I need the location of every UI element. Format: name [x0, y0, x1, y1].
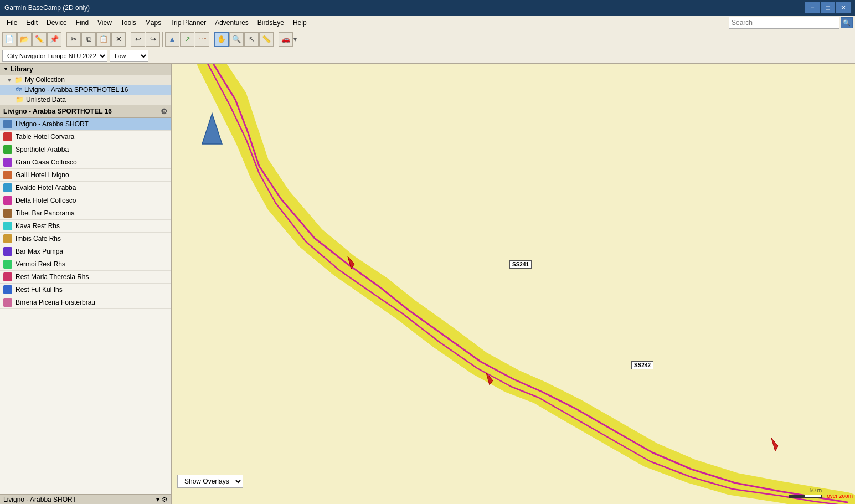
map-svg — [172, 64, 855, 504]
menu-item-adventures[interactable]: Adventures — [210, 17, 253, 28]
route-item[interactable]: Rest Maria Theresia Rhs — [0, 271, 171, 284]
route-item[interactable]: Imbis Cafe Rhs — [0, 233, 171, 245]
route-list: Livigno - Arabba SHORTTable Hotel Corvar… — [0, 118, 171, 494]
route-file-item[interactable]: 🗺 Livigno - Arabba SPORTHOTEL 16 — [0, 85, 171, 95]
undo-tools: ↩ ↪ — [131, 32, 163, 47]
menu-item-find[interactable]: Find — [71, 17, 93, 28]
menu-item-trip-planner[interactable]: Trip Planner — [166, 17, 210, 28]
route-icon — [3, 145, 12, 154]
quality-select[interactable]: Low Medium High — [110, 50, 148, 62]
map-area[interactable]: SS241 SS242 Show Overlays 50 m over zoom — [172, 64, 855, 504]
my-collection-item[interactable]: ▼ 📁 My Collection — [0, 75, 171, 85]
bottom-panel-filter[interactable]: ⚙ — [162, 496, 168, 503]
route-item[interactable]: Vermoi Rest Rhs — [0, 258, 171, 271]
title-bar-title: Garmin BaseCamp (2D only) — [4, 4, 90, 12]
route-item-label: Birreria Piceria Forsterbrau — [16, 299, 95, 306]
route-item-label: Sporthotel Arabba — [16, 146, 69, 153]
collection-arrow-icon: ▼ — [7, 77, 12, 83]
overzoom-indicator: over zoom — [827, 493, 853, 499]
route-item[interactable]: Kava Rest Rhs — [0, 220, 171, 233]
menu-item-birdseye[interactable]: BirdsEye — [253, 17, 289, 28]
route-item[interactable]: Rest Ful Kul Ihs — [0, 284, 171, 296]
menu-bar: FileEditDeviceFindViewToolsMapsTrip Plan… — [0, 16, 727, 30]
menu-item-view[interactable]: View — [93, 17, 116, 28]
route-file-icon: 🗺 — [16, 86, 22, 94]
route-item-label: Bar Max Pumpa — [16, 248, 63, 255]
open-button[interactable]: 📂 — [17, 32, 32, 47]
route-item[interactable]: Gran Ciasa Colfosco — [0, 156, 171, 169]
menu-item-maps[interactable]: Maps — [141, 17, 166, 28]
route-settings-button[interactable]: ⚙ — [161, 107, 168, 116]
route-header: Livigno - Arabba SPORTHOTEL 16 ⚙ — [0, 105, 171, 118]
route-item-label: Tibet Bar Panorama — [16, 209, 75, 217]
menu-item-file[interactable]: File — [2, 17, 22, 28]
route-icon — [3, 285, 12, 294]
route-item[interactable]: Livigno - Arabba SHORT — [0, 118, 171, 131]
route-item-label: Table Hotel Corvara — [16, 133, 74, 141]
route-item[interactable]: Table Hotel Corvara — [0, 131, 171, 143]
route-item-label: Galli Hotel Livigno — [16, 171, 69, 179]
scale-line — [789, 495, 822, 498]
route-button[interactable]: ↗ — [180, 32, 194, 47]
route-item[interactable]: Sporthotel Arabba — [0, 143, 171, 156]
unlisted-data-item[interactable]: 📁 Unlisted Data — [0, 95, 171, 105]
measure-button[interactable]: 📏 — [259, 32, 274, 47]
draw-button[interactable]: ✏️ — [32, 32, 47, 47]
close-button[interactable]: ✕ — [836, 2, 851, 13]
route-item[interactable]: Galli Hotel Livigno — [0, 169, 171, 182]
route-panel: Livigno - Arabba SPORTHOTEL 16 ⚙ Livigno… — [0, 105, 171, 494]
select-button[interactable]: ↖ — [244, 32, 259, 47]
route-item[interactable]: Delta Hotel Colfosco — [0, 194, 171, 207]
route-icon — [3, 222, 12, 230]
svg-marker-0 — [202, 114, 222, 144]
route-icon — [3, 132, 12, 141]
svg-marker-1 — [348, 256, 354, 269]
new-button[interactable]: 📄 — [2, 32, 17, 47]
track-button[interactable]: 〰 — [195, 32, 209, 47]
menu-item-help[interactable]: Help — [289, 17, 311, 28]
route-icon — [3, 158, 12, 167]
bottom-panel-dropdown[interactable]: ▾ — [156, 496, 159, 503]
menu-item-device[interactable]: Device — [42, 17, 71, 28]
route-panel-title: Livigno - Arabba SPORTHOTEL 16 — [3, 107, 112, 115]
route-item[interactable]: Birreria Piceria Forsterbrau — [0, 296, 171, 309]
main-layout: ▼ Library ▼ 📁 My Collection 🗺 Livigno - … — [0, 64, 855, 504]
map-select[interactable]: City Navigator Europe NTU 2022.2 — [2, 50, 107, 62]
route-item-label: Rest Ful Kul Ihs — [16, 286, 63, 294]
map-selector-row: City Navigator Europe NTU 2022.2 Low Med… — [0, 48, 855, 64]
redo-button[interactable]: ↪ — [146, 32, 160, 47]
maximize-button[interactable]: □ — [821, 2, 835, 13]
undo-button[interactable]: ↩ — [131, 32, 145, 47]
vehicle-dropdown[interactable]: ▾ — [293, 35, 297, 43]
menu-item-tools[interactable]: Tools — [116, 17, 141, 28]
search-input[interactable] — [729, 17, 839, 29]
route-icon — [3, 209, 12, 218]
paste-button[interactable]: 📋 — [96, 32, 111, 47]
title-bar-controls: − □ ✕ — [805, 2, 851, 13]
pin-button[interactable]: 📌 — [47, 32, 61, 47]
route-item-label: Gran Ciasa Colfosco — [16, 158, 77, 166]
copy-button[interactable]: ⧉ — [81, 32, 96, 47]
minimize-button[interactable]: − — [805, 2, 820, 13]
route-icon — [3, 196, 12, 205]
unlisted-icon: 📁 — [16, 96, 24, 104]
toolbar: 📄 📂 ✏️ 📌 ✂ ⧉ 📋 ✕ ↩ ↪ ▲ ↗ 〰 ✋ 🔍 ↖ 📏 🚗 ▾ — [0, 30, 855, 48]
waypoint-button[interactable]: ▲ — [165, 32, 179, 47]
search-button[interactable]: 🔍 — [841, 17, 853, 28]
route-item[interactable]: Tibet Bar Panorama — [0, 207, 171, 220]
menu-item-edit[interactable]: Edit — [22, 17, 42, 28]
waypoint-tools: ▲ ↗ 〰 — [165, 32, 212, 47]
edit-tools: ✂ ⧉ 📋 ✕ — [66, 32, 128, 47]
zoom-button[interactable]: 🔍 — [229, 32, 244, 47]
delete-button[interactable]: ✕ — [111, 32, 126, 47]
show-overlays-select[interactable]: Show Overlays — [177, 475, 243, 488]
route-item[interactable]: Evaldo Hotel Arabba — [0, 182, 171, 194]
unlisted-label: Unlisted Data — [26, 96, 66, 104]
cut-button[interactable]: ✂ — [66, 32, 81, 47]
svg-marker-2 — [486, 373, 493, 385]
vehicle-button[interactable]: 🚗 — [279, 32, 293, 47]
road-label-ss242: SS242 — [631, 361, 653, 369]
pan-button[interactable]: ✋ — [214, 32, 229, 47]
route-item[interactable]: Bar Max Pumpa — [0, 245, 171, 258]
scale-label: 50 m — [810, 487, 822, 493]
